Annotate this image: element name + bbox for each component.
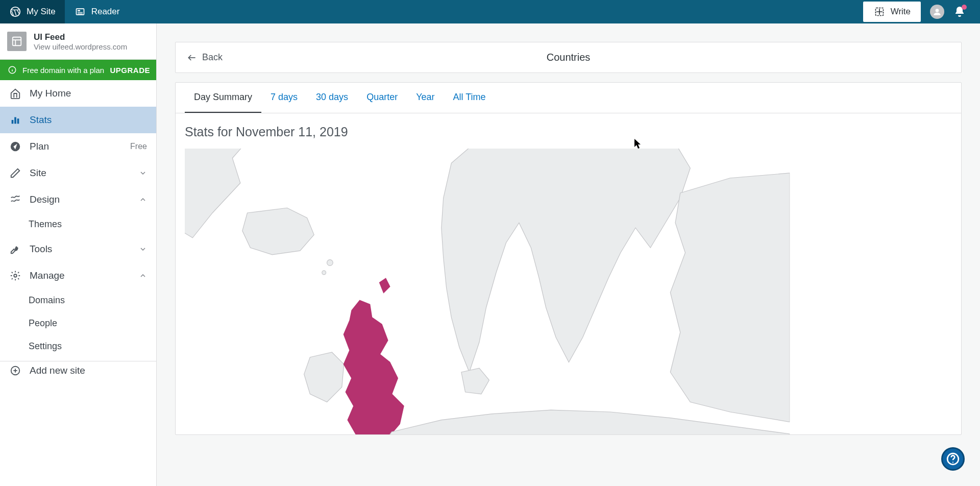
gear-icon <box>9 270 21 282</box>
chevron-up-icon <box>139 196 147 204</box>
nav-my-home[interactable]: My Home <box>0 80 156 107</box>
chevron-down-icon <box>139 245 147 253</box>
chevron-down-icon <box>139 169 147 177</box>
nav-stats-label: Stats <box>30 114 52 126</box>
site-card[interactable]: UI Feed View uifeed.wordpress.com <box>0 23 156 60</box>
chevron-up-icon <box>139 272 147 280</box>
write-label: Write <box>891 7 911 17</box>
stats-icon <box>9 114 21 126</box>
upgrade-cta: UPGRADE <box>110 66 150 75</box>
my-site-tab[interactable]: My Site <box>0 0 65 23</box>
tab-all-time[interactable]: All Time <box>444 83 495 113</box>
arrow-left-icon <box>187 53 197 63</box>
tab-30-days[interactable]: 30 days <box>307 83 357 113</box>
tab-year[interactable]: Year <box>407 83 444 113</box>
svg-point-17 <box>14 274 17 277</box>
design-icon <box>9 193 21 206</box>
svg-point-25 <box>952 461 953 463</box>
page-header: Back Countries <box>175 42 962 73</box>
nav-themes[interactable]: Themes <box>0 213 156 236</box>
nav-add-new-site-label: Add new site <box>30 365 85 376</box>
period-tabs: Day Summary 7 days 30 days Quarter Year … <box>176 83 961 113</box>
nav-design-label: Design <box>30 194 60 205</box>
profile-avatar[interactable] <box>930 5 944 19</box>
nav-plan-label: Plan <box>30 141 49 152</box>
plan-icon <box>9 140 21 153</box>
svg-point-6 <box>936 9 939 12</box>
country-united-kingdom <box>344 301 404 434</box>
reader-icon <box>74 6 86 18</box>
nav-add-new-site[interactable]: Add new site <box>0 361 156 384</box>
svg-rect-15 <box>17 118 19 124</box>
nav-site-label: Site <box>30 167 46 179</box>
home-icon <box>9 87 21 100</box>
my-site-label: My Site <box>27 7 56 17</box>
wordpress-icon <box>9 6 21 18</box>
pencil-icon <box>9 167 21 179</box>
plus-circle-icon <box>9 364 21 377</box>
nav-people[interactable]: People <box>0 312 156 335</box>
svg-point-23 <box>322 271 326 275</box>
svg-rect-14 <box>14 117 16 124</box>
site-name: UI Feed <box>34 32 127 42</box>
nav-stats[interactable]: Stats <box>0 107 156 133</box>
countries-map[interactable] <box>185 149 961 434</box>
svg-rect-7 <box>13 37 21 46</box>
write-button[interactable]: Write <box>863 2 921 22</box>
nav-manage[interactable]: Manage <box>0 262 156 289</box>
help-button[interactable] <box>941 447 965 471</box>
reader-label: Reader <box>91 7 120 17</box>
nav-settings[interactable]: Settings <box>0 335 156 358</box>
wrench-icon <box>9 243 21 255</box>
nav-my-home-label: My Home <box>30 88 71 99</box>
stats-card: Day Summary 7 days 30 days Quarter Year … <box>175 82 962 435</box>
svg-rect-3 <box>78 12 83 13</box>
nav-tools[interactable]: Tools <box>0 236 156 262</box>
nav-plan[interactable]: Plan Free <box>0 133 156 160</box>
notifications-button[interactable] <box>953 6 966 18</box>
upgrade-text: Free domain with a plan <box>22 66 106 75</box>
tab-day-summary[interactable]: Day Summary <box>185 83 261 113</box>
nav-manage-label: Manage <box>30 270 65 281</box>
info-icon <box>6 64 18 76</box>
svg-rect-13 <box>12 120 14 124</box>
page-title: Countries <box>223 52 914 63</box>
notification-dot <box>962 5 967 10</box>
nav-domains[interactable]: Domains <box>0 289 156 312</box>
tab-quarter[interactable]: Quarter <box>357 83 407 113</box>
stats-title: Stats for November 11, 2019 <box>185 125 961 139</box>
nav-design[interactable]: Design <box>0 186 156 213</box>
reader-tab[interactable]: Reader <box>65 0 129 23</box>
svg-point-22 <box>327 260 333 266</box>
back-label: Back <box>202 52 223 63</box>
site-thumbnail-icon <box>7 32 27 51</box>
svg-rect-4 <box>78 13 83 14</box>
site-url: View uifeed.wordpress.com <box>34 42 127 51</box>
svg-rect-2 <box>78 10 80 12</box>
main-content: Back Countries Day Summary 7 days 30 day… <box>157 23 980 486</box>
plan-badge: Free <box>130 142 147 151</box>
compose-icon <box>873 6 886 18</box>
upgrade-banner[interactable]: Free domain with a plan UPGRADE <box>0 60 156 80</box>
help-icon <box>946 452 960 466</box>
tab-7-days[interactable]: 7 days <box>261 83 307 113</box>
nav-site[interactable]: Site <box>0 160 156 186</box>
nav-tools-label: Tools <box>30 244 52 255</box>
back-button[interactable]: Back <box>187 52 223 63</box>
sidebar: UI Feed View uifeed.wordpress.com Free d… <box>0 23 157 486</box>
